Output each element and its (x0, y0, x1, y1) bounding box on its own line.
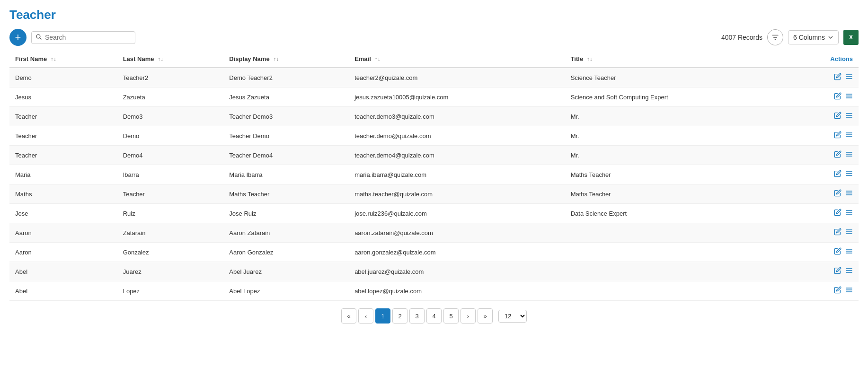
details-icon[interactable] (845, 171, 853, 179)
cell-display_name: Teacher Demo3 (223, 107, 349, 126)
cell-display_name: Jesus Zazueta (223, 87, 349, 107)
cell-email: abel.juarez@quizale.com (349, 262, 565, 281)
edit-icon[interactable] (834, 93, 841, 101)
cell-display_name: Aaron Gonzalez (223, 243, 349, 262)
last-page-button[interactable]: » (478, 308, 493, 324)
cell-actions (788, 146, 859, 165)
col-first-name-label: First Name (15, 55, 47, 62)
chevron-down-icon (828, 35, 833, 40)
edit-icon[interactable] (834, 171, 841, 179)
cell-actions (788, 223, 859, 243)
details-icon[interactable] (845, 210, 853, 218)
cell-email: jose.ruiz236@quizale.com (349, 204, 565, 223)
edit-icon[interactable] (834, 248, 841, 256)
export-excel-button[interactable]: X (843, 30, 859, 45)
edit-icon[interactable] (834, 287, 841, 295)
cell-actions (788, 184, 859, 204)
cell-first_name: Abel (9, 281, 117, 301)
cell-last_name: Juarez (117, 262, 224, 281)
edit-icon[interactable] (834, 74, 841, 82)
cell-display_name: Abel Juarez (223, 262, 349, 281)
edit-icon[interactable] (834, 229, 841, 237)
cell-first_name: Teacher (9, 146, 117, 165)
table-header: First Name ↑↓ Last Name ↑↓ Display Name … (9, 51, 859, 68)
details-icon[interactable] (845, 287, 853, 295)
next-page-button[interactable]: › (461, 308, 476, 324)
cell-first_name: Aaron (9, 223, 117, 243)
page-2-button[interactable]: 2 (392, 308, 407, 324)
details-icon[interactable] (845, 113, 853, 121)
search-icon (35, 34, 42, 42)
edit-icon[interactable] (834, 210, 841, 218)
table-row: MariaIbarraMaria Ibarramaria.ibarra@quiz… (9, 165, 859, 184)
sort-email-icon: ↑↓ (374, 56, 380, 62)
details-icon[interactable] (845, 74, 853, 82)
cell-actions (788, 107, 859, 126)
edit-icon[interactable] (834, 132, 841, 140)
cell-title: Mr. (565, 146, 788, 165)
cell-title: Science Teacher (565, 68, 788, 87)
edit-icon[interactable] (834, 113, 841, 121)
search-input[interactable] (45, 34, 131, 41)
col-title[interactable]: Title ↑↓ (565, 51, 788, 68)
table-header-row: First Name ↑↓ Last Name ↑↓ Display Name … (9, 51, 859, 68)
table-row: AaronGonzalezAaron Gonzalezaaron.gonzale… (9, 243, 859, 262)
pagination: « ‹ 1 2 3 4 5 › » 12 25 50 100 (9, 308, 859, 324)
details-icon[interactable] (845, 151, 853, 159)
cell-first_name: Teacher (9, 107, 117, 126)
table-row: JesusZazuetaJesus Zazuetajesus.zazueta10… (9, 87, 859, 107)
cell-last_name: Teacher2 (117, 68, 224, 87)
page-3-button[interactable]: 3 (409, 308, 425, 324)
details-icon[interactable] (845, 268, 853, 276)
sort-display-name-icon: ↑↓ (273, 56, 279, 62)
details-icon[interactable] (845, 248, 853, 256)
cell-first_name: Teacher (9, 126, 117, 146)
plus-icon: + (15, 31, 21, 44)
page-wrapper: Teacher + 4007 Records 6 Columns (0, 0, 868, 331)
cell-last_name: Lopez (117, 281, 224, 301)
cell-title: Maths Teacher (565, 165, 788, 184)
cell-last_name: Ruiz (117, 204, 224, 223)
cell-first_name: Maria (9, 165, 117, 184)
cell-actions (788, 243, 859, 262)
edit-icon[interactable] (834, 190, 841, 198)
table-body: DemoTeacher2Demo Teacher2teacher2@quizal… (9, 68, 859, 301)
table-row: DemoTeacher2Demo Teacher2teacher2@quizal… (9, 68, 859, 87)
page-1-button[interactable]: 1 (375, 308, 390, 324)
filter-button[interactable] (767, 29, 783, 45)
records-count: 4007 Records (721, 34, 762, 41)
page-4-button[interactable]: 4 (426, 308, 442, 324)
cell-display_name: Jose Ruiz (223, 204, 349, 223)
cell-email: abel.lopez@quizale.com (349, 281, 565, 301)
columns-selector[interactable]: 6 Columns (788, 30, 839, 44)
prev-page-button[interactable]: ‹ (358, 308, 373, 324)
edit-icon[interactable] (834, 268, 841, 276)
details-icon[interactable] (845, 93, 853, 101)
col-first-name[interactable]: First Name ↑↓ (9, 51, 117, 68)
cell-display_name: Maria Ibarra (223, 165, 349, 184)
details-icon[interactable] (845, 190, 853, 198)
page-5-button[interactable]: 5 (443, 308, 459, 324)
cell-title: Maths Teacher (565, 184, 788, 204)
col-display-name[interactable]: Display Name ↑↓ (223, 51, 349, 68)
edit-icon[interactable] (834, 151, 841, 159)
page-size-select[interactable]: 12 25 50 100 (498, 310, 527, 323)
cell-actions (788, 87, 859, 107)
details-icon[interactable] (845, 132, 853, 140)
col-last-name[interactable]: Last Name ↑↓ (117, 51, 224, 68)
table-row: TeacherDemo3Teacher Demo3teacher.demo3@q… (9, 107, 859, 126)
cell-display_name: Teacher Demo4 (223, 146, 349, 165)
cell-last_name: Gonzalez (117, 243, 224, 262)
first-page-button[interactable]: « (341, 308, 356, 324)
cell-last_name: Teacher (117, 184, 224, 204)
col-email[interactable]: Email ↑↓ (349, 51, 565, 68)
columns-label: 6 Columns (793, 34, 825, 41)
table-row: TeacherDemoTeacher Demoteacher.demo@quiz… (9, 126, 859, 146)
cell-last_name: Demo (117, 126, 224, 146)
add-button[interactable]: + (9, 29, 27, 46)
cell-email: maria.ibarra@quizale.com (349, 165, 565, 184)
cell-email: aaron.gonzalez@quizale.com (349, 243, 565, 262)
details-icon[interactable] (845, 229, 853, 237)
cell-title: Data Science Expert (565, 204, 788, 223)
table-row: MathsTeacherMaths Teachermaths.teacher@q… (9, 184, 859, 204)
